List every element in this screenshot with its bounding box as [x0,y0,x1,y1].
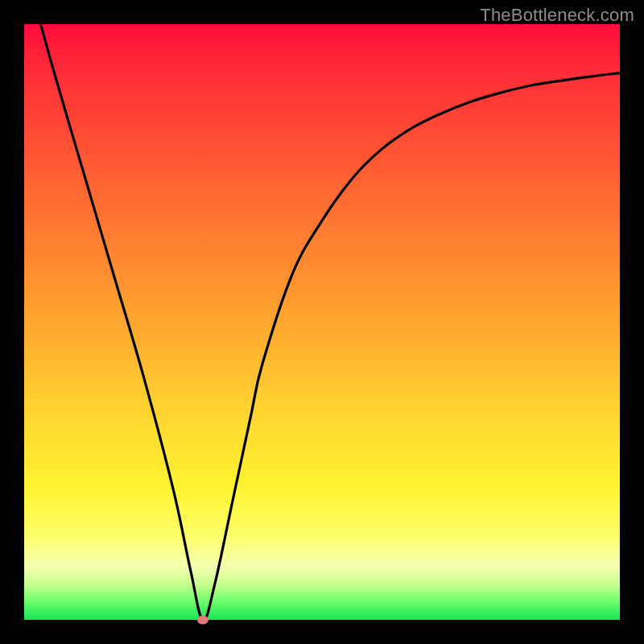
watermark-text: TheBottleneck.com [480,5,634,26]
chart-frame: TheBottleneck.com [0,0,644,644]
bottleneck-curve [24,24,620,620]
plot-area [24,24,620,620]
curve-min-marker [197,616,208,625]
